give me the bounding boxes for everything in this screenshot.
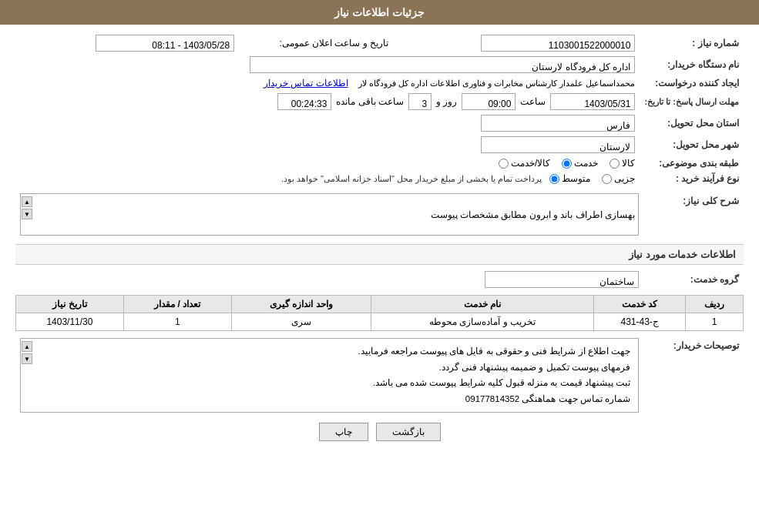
- toozihat-container: جهت اطلاع از شرایط فنی و حقوقی به فایل ه…: [20, 338, 639, 413]
- tabaqe-kala-label: کالا: [622, 158, 635, 169]
- toozihat-line: ثبت پیشنهاد قیمت به منزله قبول کلیه شرای…: [36, 375, 630, 391]
- scroll-up-arrow[interactable]: ▲: [22, 196, 32, 207]
- ostan-label: استان محل تحویل:: [640, 112, 744, 134]
- tabaqe-khedmat-item: خدمت: [562, 158, 598, 169]
- nam-dastgah-label: نام دستگاه خریدار:: [640, 54, 744, 75]
- table-cell-radif: 1: [686, 313, 744, 331]
- noe-farayand-row: نوع فرآیند خرید : جزیی متوسط: [15, 171, 744, 186]
- toozihat-scroll-down[interactable]: ▼: [22, 353, 32, 364]
- tabaqe-kala-khedmat-radio[interactable]: [499, 159, 509, 169]
- shomara-row: شماره نیاز : 1103001522000010 تاریخ و سا…: [15, 32, 744, 54]
- grouh-table: گروه خدمت: ساختمان: [15, 269, 744, 290]
- nam-dastgah-value: اداره کل فرودگاه لارستان: [15, 54, 640, 75]
- tabaqe-label: طبقه بندی موضوعی:: [640, 156, 744, 171]
- saat-mande-input: 00:24:33: [277, 93, 331, 110]
- services-tbody: 1ج-43-431تخریب و آماده‌سازی محوطهسری1140…: [16, 313, 744, 331]
- tarikh-elan-value: 1403/05/28 - 08:11: [15, 32, 239, 54]
- toozihat-content: جهت اطلاع از شرایط فنی و حقوقی به فایل ه…: [20, 338, 639, 413]
- toozihat-row: توصیحات خریدار: جهت اطلاع از شرایط فنی و…: [15, 336, 744, 415]
- print-button[interactable]: چاپ: [319, 423, 368, 441]
- sharh-container: بهسازی اطراف باند و ابرون مطابق مشخصات پ…: [20, 193, 639, 236]
- grouh-input: ساختمان: [485, 271, 639, 288]
- shomara-label: شماره نیاز :: [640, 32, 744, 54]
- sharh-value: بهسازی اطراف باند و ابرون مطابق مشخصات پ…: [15, 191, 643, 238]
- ostan-value: فارس: [15, 112, 640, 134]
- noe-farayand-value: جزیی متوسط پرداخت تمام یا بخشی از مبلغ خ…: [15, 171, 640, 186]
- shomara-value: 1103001522000010: [393, 32, 640, 54]
- table-cell-tedad: 1: [123, 313, 231, 331]
- toozihat-scrollbar: ▲ ▼: [22, 341, 32, 364]
- sharh-label: شرح کلی نیاز:: [643, 191, 744, 238]
- table-row: 1ج-43-431تخریب و آماده‌سازی محوطهسری1140…: [16, 313, 744, 331]
- grouh-value: ساختمان: [15, 269, 643, 290]
- buttons-row: بازگشت چاپ: [15, 423, 744, 441]
- tabaqe-kala-item: کالا: [610, 158, 635, 169]
- noe-farayand-label: نوع فرآیند خرید :: [640, 171, 744, 186]
- page-wrapper: جزئیات اطلاعات نیاز شماره نیاز : 1103001…: [0, 0, 759, 532]
- col-vahed: واحد اندازه گیری: [231, 296, 371, 313]
- toozihat-label: توصیحات خریدار:: [643, 336, 744, 415]
- tarikh-elan-label: تاریخ و ساعت اعلان عمومی:: [239, 32, 393, 54]
- noe-mottavasset-label: متوسط: [562, 173, 590, 184]
- col-tarikh: تاریخ نیاز: [16, 296, 124, 313]
- shahr-row: شهر محل تحویل: لارستان: [15, 134, 744, 156]
- sharh-textarea[interactable]: بهسازی اطراف باند و ابرون مطابق مشخصات پ…: [20, 193, 639, 236]
- table-cell-vahed: سری: [231, 313, 371, 331]
- tabaqe-kala-radio[interactable]: [610, 159, 620, 169]
- noe-jozii-label: جزیی: [614, 173, 635, 184]
- content-area: شماره نیاز : 1103001522000010 تاریخ و سا…: [0, 25, 759, 457]
- mohlat-roz-input: 3: [408, 93, 432, 110]
- table-cell-tarikh: 1403/11/30: [16, 313, 124, 331]
- shomara-input: 1103001522000010: [481, 35, 635, 52]
- mohlat-roz-label: روز و: [436, 96, 457, 107]
- table-cell-kod: ج-43-431: [593, 313, 685, 331]
- page-title: جزئیات اطلاعات نیاز: [334, 6, 425, 18]
- info-main-table: شماره نیاز : 1103001522000010 تاریخ و سا…: [15, 32, 744, 186]
- shahr-label: شهر محل تحویل:: [640, 134, 744, 156]
- noe-farayand-note: پرداخت تمام یا بخشی از مبلغ خریدار محل "…: [281, 174, 542, 184]
- ostan-row: استان محل تحویل: فارس: [15, 112, 744, 134]
- scroll-down-arrow[interactable]: ▼: [22, 209, 32, 219]
- toozihat-table: توصیحات خریدار: جهت اطلاع از شرایط فنی و…: [15, 336, 744, 415]
- toozihat-scroll-up[interactable]: ▲: [22, 341, 32, 352]
- shahr-input: لارستان: [481, 136, 635, 153]
- nam-dastgah-row: نام دستگاه خریدار: اداره کل فرودگاه لارس…: [15, 54, 744, 75]
- col-nam: نام خدمت: [371, 296, 593, 313]
- col-tedad: تعداد / مقدار: [123, 296, 231, 313]
- tabaqe-khedmat-radio[interactable]: [562, 159, 572, 169]
- mohlat-date-input: 1403/05/31: [550, 93, 635, 110]
- mohlat-row: مهلت ارسال پاسخ: تا تاریخ: 1403/05/31 سا…: [15, 91, 744, 112]
- services-table: ردیف کد خدمت نام خدمت واحد اندازه گیری ت…: [15, 295, 744, 331]
- page-header: جزئیات اطلاعات نیاز: [0, 0, 759, 25]
- ijad-konande-value: محمداسماعیل علمدار کارشناس مخابرات و فنا…: [15, 75, 640, 91]
- tabaqe-radio-group: کالا خدمت کالا/خدمت: [20, 158, 635, 169]
- tabaqe-value: کالا خدمت کالا/خدمت: [15, 156, 640, 171]
- ostan-input: فارس: [481, 115, 635, 132]
- toozihat-line: جهت اطلاع از شرایط فنی و حقوقی به فایل ه…: [36, 343, 630, 360]
- mohlat-value: 1403/05/31 ساعت 09:00 روز و 3 ساعت باقی …: [15, 91, 640, 112]
- ijad-konande-label: ایجاد کننده درخواست:: [640, 75, 744, 91]
- mohlat-label: مهلت ارسال پاسخ: تا تاریخ:: [640, 91, 744, 112]
- ijad-konande-row: ایجاد کننده درخواست: محمداسماعیل علمدار …: [15, 75, 744, 91]
- noe-mottavasset-item: متوسط: [549, 173, 590, 184]
- col-radif: ردیف: [686, 296, 744, 313]
- noe-jozii-radio[interactable]: [602, 174, 612, 184]
- toozihat-line: شماره تماس جهت هماهنگی 09177814352: [36, 391, 630, 407]
- sharh-row: شرح کلی نیاز: بهسازی اطراف باند و ابرون …: [15, 191, 744, 238]
- toozihat-value: جهت اطلاع از شرایط فنی و حقوقی به فایل ه…: [15, 336, 643, 415]
- tabaqe-row: طبقه بندی موضوعی: کالا خدمت کالا/خدمت: [15, 156, 744, 171]
- tabaqe-kala-khedmat-item: کالا/خدمت: [499, 158, 550, 169]
- ijad-konande-link[interactable]: اطلاعات تماس خریدار: [264, 78, 348, 89]
- services-section-title: اطلاعات خدمات مورد نیاز: [15, 244, 744, 265]
- nam-dastgah-input: اداره کل فرودگاه لارستان: [250, 56, 635, 73]
- shahr-value: لارستان: [15, 134, 640, 156]
- noe-jozii-item: جزیی: [602, 173, 635, 184]
- sharh-table: شرح کلی نیاز: بهسازی اطراف باند و ابرون …: [15, 191, 744, 238]
- col-kod: کد خدمت: [593, 296, 685, 313]
- back-button[interactable]: بازگشت: [376, 423, 441, 441]
- services-thead: ردیف کد خدمت نام خدمت واحد اندازه گیری ت…: [16, 296, 744, 313]
- grouh-row: گروه خدمت: ساختمان: [15, 269, 744, 290]
- toozihat-line: فرمهای پیوست تکمیل و ضمیمه پیشنهاد فنی گ…: [36, 360, 630, 376]
- services-header-row: ردیف کد خدمت نام خدمت واحد اندازه گیری ت…: [16, 296, 744, 313]
- noe-mottavasset-radio[interactable]: [549, 174, 559, 184]
